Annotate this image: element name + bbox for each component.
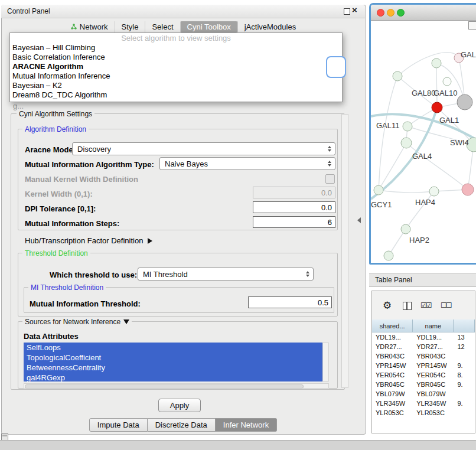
- tab-infer-network[interactable]: Infer Network: [216, 418, 277, 432]
- tab-select[interactable]: Select: [145, 21, 180, 32]
- tab-impute-data[interactable]: Impute Data: [89, 418, 148, 432]
- table-row[interactable]: YER054C YER054C 8.: [372, 370, 475, 380]
- overview-toggle-icon[interactable]: [468, 21, 476, 30]
- zoom-traffic-light-icon[interactable]: [397, 9, 405, 17]
- manual-kernel-width-checkbox[interactable]: [325, 174, 335, 184]
- which-threshold-value: MI Threshold: [143, 270, 188, 279]
- mi-algorithm-type-label: Mutual Information Algorithm Type:: [25, 160, 154, 169]
- table-panel-titlebar[interactable]: Table Panel: [369, 273, 476, 287]
- network-tab-icon: [70, 23, 77, 30]
- algorithm-option-selected[interactable]: ARACNE Algorithm: [10, 62, 342, 71]
- column-header[interactable]: name: [413, 319, 454, 332]
- tab-cyni-toolbox[interactable]: Cyni Toolbox: [180, 21, 237, 32]
- table-row[interactable]: YBL079W YBL079W: [372, 389, 475, 399]
- which-threshold-label: Which threshold to use:: [50, 270, 137, 279]
- node-label: GAL8: [461, 50, 476, 59]
- close-icon[interactable]: ×: [352, 5, 357, 14]
- combo-arrows-icon: [328, 146, 331, 152]
- node[interactable]: [403, 122, 412, 131]
- splitter-collapse-icon[interactable]: [357, 217, 361, 223]
- triangle-down-icon: [123, 319, 129, 324]
- float-window-icon[interactable]: [344, 8, 350, 15]
- node[interactable]: [443, 77, 451, 86]
- scrollbar-thumb[interactable]: [25, 384, 304, 389]
- node-label: GAL4: [412, 152, 432, 161]
- combo-arrows-icon: [328, 161, 331, 167]
- node[interactable]: [384, 251, 393, 260]
- node-gray[interactable]: [457, 94, 472, 110]
- apply-button[interactable]: Apply: [158, 399, 201, 412]
- table-row[interactable]: YDL19... YDL19... 13: [372, 332, 475, 342]
- algorithm-option[interactable]: Basic Correlation Inference: [10, 53, 342, 62]
- attributes-vertical-scrollbar[interactable]: [322, 343, 329, 381]
- gear-icon[interactable]: ⚙: [383, 299, 392, 312]
- node-label: GCY1: [371, 200, 392, 209]
- tab-network-label: Network: [80, 22, 108, 31]
- aracne-mode-select[interactable]: Discovery: [72, 142, 335, 155]
- minimize-traffic-light-icon[interactable]: [387, 9, 395, 17]
- triangle-right-icon: [148, 238, 152, 244]
- status-strip: [0, 440, 476, 450]
- tab-style[interactable]: Style: [115, 21, 145, 32]
- table-row[interactable]: YLR345W YLR345W 9.: [372, 399, 475, 408]
- dpi-tolerance-field[interactable]: [253, 201, 335, 213]
- mi-steps-label: Mutual Information Steps:: [25, 219, 119, 228]
- node[interactable]: [432, 58, 441, 68]
- algorithm-option[interactable]: Bayesian – Hill Climbing: [10, 43, 342, 53]
- hub-definition-toggle[interactable]: Hub/Transcription Factor Definition: [25, 236, 152, 245]
- tab-network[interactable]: Network: [64, 21, 115, 32]
- select-all-icon[interactable]: ☑☑: [420, 301, 431, 309]
- network-view-window: GAL8 GAL80 GAL10 GAL11 GAL1 SWI4 GAL4 GC…: [369, 3, 476, 265]
- node-label: HAP2: [409, 236, 429, 244]
- algorithm-option[interactable]: Mutual Information Inference: [10, 71, 342, 81]
- control-panel-titlebar[interactable]: [1, 5, 365, 18]
- table-row[interactable]: YLR053C YLR053C: [372, 408, 475, 416]
- node[interactable]: [429, 187, 439, 196]
- table-header: shared... name: [372, 319, 475, 332]
- node-gal10-red[interactable]: [432, 102, 442, 113]
- mi-threshold-field[interactable]: [248, 296, 332, 308]
- tab-jactivemodules[interactable]: jActiveModules: [237, 21, 302, 32]
- control-panel-title: Control Panel: [7, 7, 50, 15]
- node[interactable]: [401, 138, 412, 148]
- node[interactable]: [374, 185, 383, 195]
- network-canvas[interactable]: GAL8 GAL80 GAL10 GAL11 GAL1 SWI4 GAL4 GC…: [371, 21, 476, 263]
- list-item[interactable]: SelfLoops: [24, 343, 322, 353]
- node[interactable]: [393, 71, 402, 81]
- node-label: HAP4: [415, 198, 435, 207]
- tab-discretize-data[interactable]: Discretize Data: [148, 418, 216, 432]
- mi-algorithm-type-select[interactable]: Naive Bayes: [159, 157, 335, 170]
- list-item[interactable]: TopologicalCoefficient: [24, 353, 322, 363]
- table-row[interactable]: YBR045C YBR045C 9.: [372, 380, 475, 389]
- node-label: GAL11: [376, 121, 400, 130]
- mi-threshold-label: Mutual Information Threshold:: [30, 299, 141, 308]
- table-row[interactable]: YPR145W YPR145W 9.: [372, 361, 475, 370]
- table-row[interactable]: YDR27... YDR27... 12: [372, 342, 475, 351]
- node[interactable]: [401, 224, 410, 234]
- clipped-text-fragment: g...: [13, 102, 24, 110]
- close-traffic-light-icon[interactable]: [377, 9, 384, 17]
- network-window-titlebar[interactable]: [371, 5, 476, 21]
- settings-vertical-scrollbar[interactable]: [341, 114, 348, 388]
- manual-kernel-width-label: Manual Kernel Width Definition: [25, 175, 138, 184]
- bottom-tabs: Impute Data Discretize Data Infer Networ…: [1, 418, 365, 432]
- node-pink[interactable]: [462, 184, 474, 195]
- deselect-all-icon[interactable]: ☐☐: [441, 301, 451, 309]
- column-header[interactable]: [454, 319, 475, 332]
- attributes-horizontal-scrollbar[interactable]: [24, 383, 329, 389]
- mi-steps-field[interactable]: [253, 216, 335, 228]
- list-item[interactable]: gal4RGexp: [24, 373, 322, 381]
- column-header[interactable]: shared...: [372, 319, 413, 332]
- columns-icon[interactable]: [403, 302, 412, 310]
- algorithm-dropdown-popup: Select algorithm to view settings Bayesi…: [9, 32, 343, 102]
- focused-field-fragment: [326, 56, 346, 78]
- kernel-width-field[interactable]: [253, 187, 335, 198]
- algorithm-definition-title: Algorithm Definition: [22, 125, 89, 133]
- which-threshold-select[interactable]: MI Threshold: [138, 268, 314, 281]
- table-row[interactable]: YBR043C YBR043C: [372, 351, 475, 361]
- list-item[interactable]: BetweennessCentrality: [24, 363, 322, 373]
- sources-toggle[interactable]: Sources for Network Inference: [22, 318, 132, 326]
- data-attributes-list[interactable]: SelfLoops TopologicalCoefficient Between…: [24, 343, 322, 381]
- algorithm-option[interactable]: Bayesian – K2: [10, 81, 342, 90]
- algorithm-option[interactable]: Dream8 DC_TDC Algorithm: [10, 90, 342, 100]
